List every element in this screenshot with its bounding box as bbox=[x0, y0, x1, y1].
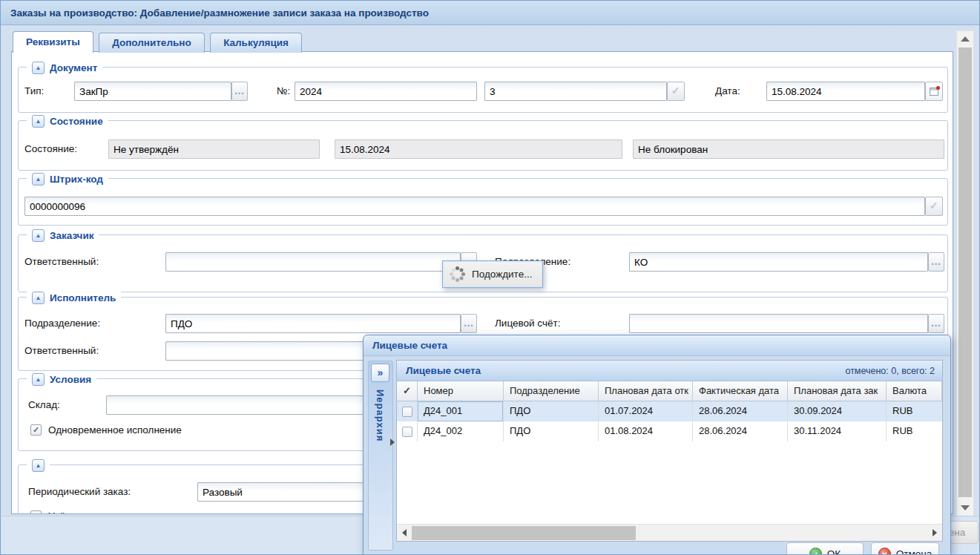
account-row-1[interactable]: Д24_001 ПДО 01.07.2024 28.06.2024 30.09.… bbox=[397, 401, 942, 421]
cell-currency: RUB bbox=[887, 421, 942, 441]
warehouse-label: Склад: bbox=[28, 395, 60, 415]
collapse-icon[interactable]: ▲ bbox=[32, 173, 45, 185]
horizontal-scroll-thumb[interactable] bbox=[412, 526, 636, 540]
executor-account-ellipsis-button[interactable]: … bbox=[928, 314, 944, 333]
column-currency[interactable]: Валюта bbox=[887, 381, 942, 401]
row-check-cell bbox=[397, 421, 418, 441]
executor-department-ellipsis-button[interactable]: … bbox=[461, 314, 477, 333]
accounts-dialog: Лицевые счета » Иерархия Лицевые счета о… bbox=[363, 335, 951, 555]
executor-account-label: Лицевой счёт: bbox=[495, 314, 560, 333]
section-document-title: Документ bbox=[50, 62, 97, 74]
cell-department: ПДО bbox=[504, 421, 599, 441]
state-date-field bbox=[335, 139, 622, 159]
customer-department-ellipsis-button[interactable]: … bbox=[928, 252, 944, 272]
column-department[interactable]: Подразделение bbox=[504, 381, 599, 401]
doc-suffix-input[interactable] bbox=[484, 82, 667, 101]
section-barcode: ▲ Штрих-код ✓ bbox=[18, 178, 948, 226]
executor-department-label: Подразделение: bbox=[24, 314, 100, 333]
doc-number-label: №: bbox=[277, 82, 290, 101]
cell-plan-close: 30.09.2024 bbox=[788, 401, 887, 421]
accounts-header-row: ✓ Номер Подразделение Плановая дата отк … bbox=[397, 381, 942, 401]
state-status-field bbox=[108, 139, 320, 159]
hierarchy-tab[interactable]: Иерархия bbox=[375, 390, 386, 441]
account-row-2[interactable]: Д24_002 ПДО 01.08.2024 28.06.2024 30.11.… bbox=[397, 421, 942, 441]
simultaneous-checkbox[interactable]: ✓ bbox=[30, 424, 42, 436]
collapse-icon[interactable]: ▲ bbox=[32, 459, 45, 472]
doc-suffix-check-button[interactable]: ✓ bbox=[667, 82, 685, 101]
state-label: Состояние: bbox=[24, 139, 77, 159]
collapse-icon[interactable]: ▲ bbox=[32, 229, 45, 242]
scroll-down-button[interactable] bbox=[957, 500, 973, 515]
window-titlebar: Заказы на производство: Добавление/размн… bbox=[1, 1, 979, 25]
splitter-handle-icon[interactable] bbox=[390, 439, 395, 446]
ok-check-icon: ✓ bbox=[809, 548, 822, 555]
doc-number-input[interactable] bbox=[295, 82, 477, 101]
vertical-scroll-thumb[interactable] bbox=[958, 47, 972, 497]
section-customer-caption: ▲ Заказчик bbox=[27, 228, 99, 243]
doc-date-input[interactable] bbox=[766, 82, 925, 101]
cell-currency: RUB bbox=[887, 401, 942, 421]
expand-panel-button[interactable]: » bbox=[371, 364, 389, 382]
scroll-down-icon bbox=[961, 505, 970, 510]
column-plan-open[interactable]: Плановая дата отк bbox=[599, 381, 693, 401]
doc-type-ellipsis-button[interactable]: … bbox=[231, 82, 248, 101]
calendar-checkbox-label: Учёт календаря bbox=[48, 510, 122, 514]
barcode-check-button[interactable]: ✓ bbox=[925, 197, 943, 216]
column-check[interactable]: ✓ bbox=[397, 381, 418, 401]
row-check-cell bbox=[397, 401, 418, 421]
section-conditions-title: Условия bbox=[50, 373, 91, 386]
tab-kalkulyaciya[interactable]: Калькуляция bbox=[210, 33, 302, 53]
wait-popup-text: Подождите... bbox=[472, 269, 532, 280]
section-document: ▲ Документ Тип: … №: ✓ Дата: bbox=[18, 67, 948, 113]
collapse-icon[interactable]: ▲ bbox=[32, 115, 45, 128]
cell-fact-open: 28.06.2024 bbox=[693, 401, 788, 421]
collapse-icon[interactable]: ▲ bbox=[32, 292, 45, 304]
section-document-caption: ▲ Документ bbox=[27, 60, 102, 75]
column-number[interactable]: Номер bbox=[418, 381, 504, 401]
collapse-icon[interactable]: ▲ bbox=[32, 62, 45, 74]
vertical-scrollbar[interactable] bbox=[956, 30, 974, 520]
accounts-grid-title: Лицевые счета bbox=[406, 365, 481, 376]
dialog-cancel-button[interactable]: ✕ Отмена bbox=[871, 542, 939, 555]
cell-department: ПДО bbox=[504, 401, 599, 421]
executor-account-input[interactable] bbox=[629, 314, 928, 333]
section-executor-title: Исполнитель bbox=[50, 292, 116, 304]
row-checkbox[interactable] bbox=[402, 407, 412, 417]
customer-department-input[interactable] bbox=[629, 252, 928, 272]
scroll-up-icon bbox=[961, 36, 970, 42]
row-checkbox[interactable] bbox=[402, 427, 412, 437]
column-plan-close[interactable]: Плановая дата зак bbox=[788, 381, 887, 401]
column-fact-open[interactable]: Фактическая дата bbox=[693, 381, 788, 401]
tab-dopolnitelno[interactable]: Дополнительно bbox=[99, 33, 205, 53]
section-state-caption: ▲ Состояние bbox=[27, 114, 108, 128]
accounts-grid-header: Лицевые счета отмечено: 0, всего: 2 bbox=[397, 361, 942, 381]
cell-fact-open: 28.06.2024 bbox=[693, 421, 788, 441]
section-barcode-title: Штрих-код bbox=[50, 173, 103, 185]
wait-popup: Подождите... bbox=[442, 260, 543, 288]
spinner-icon bbox=[450, 266, 466, 283]
executor-responsible-label: Ответственный: bbox=[24, 341, 99, 361]
barcode-input[interactable] bbox=[24, 197, 925, 216]
state-block-field bbox=[633, 139, 944, 159]
doc-date-label: Дата: bbox=[715, 82, 740, 101]
cancel-x-icon: ✕ bbox=[878, 548, 891, 555]
scroll-up-button[interactable] bbox=[957, 31, 973, 46]
scroll-left-button[interactable] bbox=[398, 525, 410, 541]
application-window: Заказы на производство: Добавление/размн… bbox=[0, 0, 980, 555]
simultaneous-checkbox-label: Одновременное исполнение bbox=[48, 424, 182, 436]
scroll-right-button[interactable] bbox=[929, 525, 941, 541]
dialog-ok-label: ОК bbox=[827, 548, 841, 555]
section-state-title: Состояние bbox=[50, 115, 103, 128]
tab-rekvizity[interactable]: Реквизиты bbox=[13, 31, 93, 53]
section-conditions-caption: ▲ Условия bbox=[27, 372, 96, 387]
calendar-checkbox[interactable] bbox=[30, 510, 42, 514]
doc-type-input[interactable] bbox=[74, 82, 231, 101]
dialog-ok-button[interactable]: ✓ ОК bbox=[786, 542, 864, 555]
executor-department-input[interactable] bbox=[165, 314, 461, 333]
calendar-icon bbox=[930, 88, 938, 96]
accounts-dialog-title: Лицевые счета bbox=[372, 340, 447, 351]
horizontal-scrollbar[interactable] bbox=[397, 524, 942, 541]
doc-date-calendar-button[interactable] bbox=[925, 82, 943, 101]
collapse-icon[interactable]: ▲ bbox=[32, 373, 45, 386]
customer-responsible-input[interactable] bbox=[165, 252, 461, 272]
